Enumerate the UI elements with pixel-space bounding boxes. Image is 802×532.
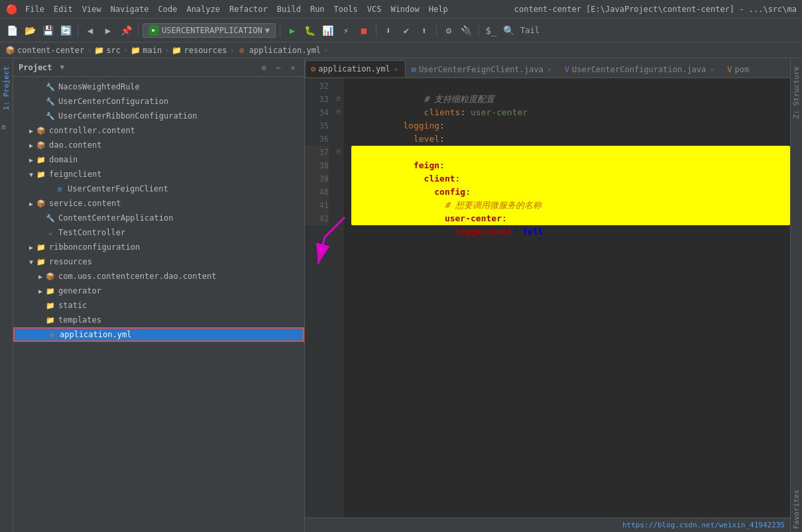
vcs-push-btn[interactable]: ⬆	[416, 23, 432, 38]
menu-refactor[interactable]: Refactor	[225, 3, 272, 15]
tab-appyml-close[interactable]: ✕	[393, 65, 400, 74]
label-feignclient: feignclient	[49, 170, 101, 179]
breadcrumb-project[interactable]: content-center	[17, 46, 84, 55]
tree-item-ucconfig[interactable]: 🔧 UserCenterConfiguration	[13, 94, 304, 109]
refresh-btn[interactable]: 🔄	[58, 23, 74, 38]
tree-item-ucribbon[interactable]: 🔧 UserCenterRibbonConfiguration	[13, 109, 304, 123]
menu-help[interactable]: Help	[425, 3, 452, 15]
editor-content[interactable]: 32 33 34 35 36 37 38 39 40 41 42 ⊟ ⊟ ⊟	[305, 78, 790, 517]
label-appyml: application.yml	[60, 330, 131, 339]
project-tab-label[interactable]: 1: Project	[1, 64, 12, 113]
arrow-resources: ▼	[27, 257, 36, 266]
z-structure-label[interactable]: Z: Structure	[791, 64, 802, 121]
label-contentapp: ContentCenterApplication	[58, 213, 173, 223]
breadcrumb-main[interactable]: main	[143, 46, 162, 55]
resources-icon: 📁	[172, 46, 181, 55]
tab-ucfeignclient[interactable]: ⊞ UserCenterFeignClient.java ✕	[406, 60, 559, 78]
folder-icon-templates: 📁	[45, 315, 56, 325]
editor-area: ⚙ application.yml ✕ ⊞ UserCenterFeignCli…	[305, 58, 790, 532]
menu-file[interactable]: File	[21, 3, 48, 15]
tree-item-generator[interactable]: ▶ 📁 generator	[13, 284, 304, 298]
sep-4: ›	[229, 46, 234, 55]
arrow-static	[36, 301, 45, 310]
menu-tools[interactable]: Tools	[330, 3, 362, 15]
tree-item-domain[interactable]: ▶ 📁 domain	[13, 152, 304, 167]
menu-code[interactable]: Code	[154, 3, 182, 15]
tree-item-contentapp[interactable]: 🔧 ContentCenterApplication	[13, 211, 304, 225]
z-structure-panel[interactable]: Z: Structure Favorites	[790, 58, 802, 532]
debug-btn[interactable]: 🐛	[302, 23, 318, 38]
project-panel: Project ▼ ⚙ ⇐ ✕ 🔧 NacosWeightedRule 🔧 Us…	[13, 58, 305, 532]
tab-appyml[interactable]: ⚙ application.yml ✕	[305, 60, 406, 78]
menu-window[interactable]: Window	[386, 3, 423, 15]
menu-analyze[interactable]: Analyze	[182, 3, 224, 15]
label-service: service.content	[49, 199, 121, 208]
run-with-coverage-btn[interactable]: 📊	[320, 23, 336, 38]
profile-btn[interactable]: ⚡	[338, 23, 354, 38]
tab-pom[interactable]: V pom	[721, 60, 755, 78]
tree-item-service[interactable]: ▶ 📦 service.content	[13, 196, 304, 211]
folder-icon-gen: 📁	[45, 286, 56, 296]
terminal-btn[interactable]: $_	[483, 23, 499, 38]
menu-vcs[interactable]: VCS	[363, 3, 386, 15]
run-btn[interactable]: ▶	[284, 23, 300, 38]
gear-icon[interactable]: ⚙	[258, 62, 270, 74]
menu-view[interactable]: View	[78, 3, 105, 15]
run-config-selector[interactable]: ▶ USERCENTERAPPLICATION ▼	[143, 23, 276, 38]
menu-navigate[interactable]: Navigate	[107, 3, 153, 15]
tab-ucconfig[interactable]: V UserCenterConfiguration.java ✕	[559, 60, 722, 78]
menu-edit[interactable]: Edit	[50, 3, 77, 15]
project-dropdown[interactable]: ▼	[60, 63, 65, 72]
tab-pom-icon: V	[727, 65, 732, 74]
favorites-label[interactable]: Favorites	[791, 487, 802, 532]
collapse-icon[interactable]: ⇐	[272, 62, 284, 74]
tree-item-static[interactable]: 📁 static	[13, 298, 304, 313]
menu-run[interactable]: Run	[306, 3, 329, 15]
search-btn[interactable]: 🔍	[501, 23, 517, 38]
menu-build[interactable]: Build	[273, 3, 305, 15]
line-numbers: 32 33 34 35 36 37 38 39 40 41 42	[305, 78, 334, 517]
highlight-region: feign: client: config: # 想要调用微服务的名称	[351, 146, 790, 225]
tree-item-testctrl[interactable]: ☕ TestController	[13, 225, 304, 240]
tree-area[interactable]: 🔧 NacosWeightedRule 🔧 UserCenterConfigur…	[13, 77, 304, 532]
tree-item-ucfeignclient[interactable]: ⊞ UserCenterFeignClient	[13, 182, 304, 196]
stop-btn[interactable]: ■	[356, 23, 372, 38]
tree-item-comdao[interactable]: ▶ 📦 com.uos.contentcenter.dao.content	[13, 269, 304, 284]
vcs-commit-btn[interactable]: ✔	[398, 23, 414, 38]
save-btn[interactable]: 💾	[40, 23, 56, 38]
breadcrumb-appyml[interactable]: application.yml	[249, 46, 321, 55]
sidebar-strip-left: 1: Project ⊞	[0, 58, 13, 532]
tab-ucfeignclient-close[interactable]: ✕	[546, 65, 553, 74]
arrow-ribboncfg: ▶	[27, 242, 36, 252]
tree-item-controller[interactable]: ▶ 📦 controller.content	[13, 123, 304, 138]
label-comdao: com.uos.contentcenter.dao.content	[58, 272, 216, 281]
tree-item-ribboncfg[interactable]: ▶ 📁 ribbonconfiguration	[13, 240, 304, 254]
back-btn[interactable]: ◀	[82, 23, 98, 38]
arrow-testctrl	[36, 228, 45, 237]
code-line-37: feign:	[351, 146, 790, 159]
breadcrumb-resources[interactable]: resources	[184, 46, 227, 55]
vcs-update-btn[interactable]: ⬇	[380, 23, 396, 38]
tree-item-nacos[interactable]: 🔧 NacosWeightedRule	[13, 80, 304, 94]
arrow-service: ▶	[27, 199, 36, 208]
tab-ucconfig-close[interactable]: ✕	[709, 65, 715, 74]
tree-item-templates[interactable]: 📁 templates	[13, 313, 304, 327]
folder-icon-feign: 📁	[36, 169, 46, 180]
tree-item-dao[interactable]: ▶ 📦 dao.content	[13, 138, 304, 152]
hide-icon[interactable]: ✕	[287, 62, 299, 74]
forward-btn[interactable]: ▶	[100, 23, 116, 38]
statusbar-link[interactable]: https://blog.csdn.net/weixin_41942235	[622, 521, 785, 529]
structure-btn[interactable]: ⊞	[2, 123, 11, 133]
code-line-41: user-center:	[351, 199, 790, 212]
plugins-btn[interactable]: 🔌	[459, 23, 475, 38]
bookmark-btn[interactable]: 📌	[118, 23, 134, 38]
open-btn[interactable]: 📂	[22, 23, 38, 38]
settings-btn[interactable]: ⚙	[441, 23, 457, 38]
breadcrumb-src[interactable]: src	[106, 46, 121, 55]
label-controller: controller.content	[49, 126, 135, 135]
code-area[interactable]: # 支持细粒度配置 clients: user-center logging: …	[343, 78, 790, 517]
tree-item-appyml[interactable]: ⚙ application.yml	[13, 327, 304, 342]
tree-item-resources[interactable]: ▼ 📁 resources	[13, 254, 304, 269]
tree-item-feignclient[interactable]: ▼ 📁 feignclient	[13, 167, 304, 182]
new-file-btn[interactable]: 📄	[4, 23, 20, 38]
